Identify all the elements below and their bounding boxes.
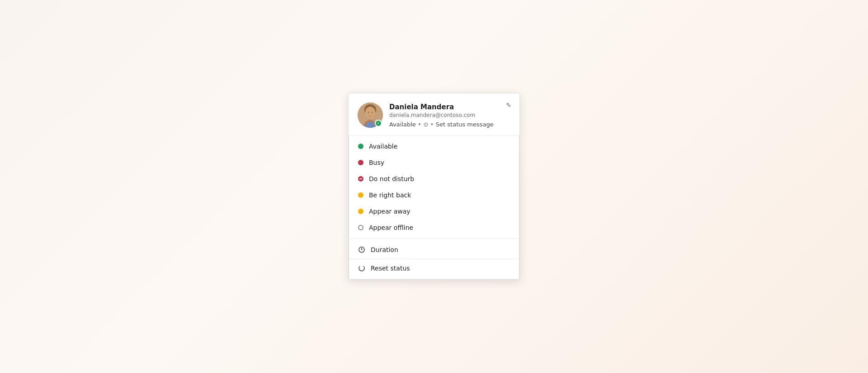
status-current[interactable]: Available [389,121,416,128]
dot-busy-icon [358,160,363,165]
status-item-away[interactable]: Appear away [349,203,519,219]
location-chevron-icon[interactable]: ▾ [431,122,433,126]
dot-offline-icon [358,225,363,230]
status-list: Available Busy Do not disturb Be right b… [349,135,519,239]
reset-icon [358,265,365,272]
action-label-duration: Duration [371,246,398,253]
status-item-brb[interactable]: Be right back [349,187,519,203]
profile-name: Daniela Mandera [389,103,510,111]
status-label-away: Appear away [369,208,410,215]
profile-section: Daniela Mandera daniela.mandera@contoso.… [349,93,519,135]
status-chevron-icon[interactable]: ▾ [419,122,421,126]
profile-card: Daniela Mandera daniela.mandera@contoso.… [348,93,520,280]
status-dropdown-panel: Available Busy Do not disturb Be right b… [349,135,519,280]
status-item-busy[interactable]: Busy [349,154,519,171]
location-icon: ⊙ [423,121,428,128]
set-status-link[interactable]: Set status message [436,121,494,128]
svg-point-3 [368,112,369,113]
avatar-wrapper [358,103,383,128]
profile-email: daniela.mandera@contoso.com [389,112,510,118]
status-item-offline[interactable]: Appear offline [349,219,519,236]
status-label-brb: Be right back [369,191,411,199]
profile-info: Daniela Mandera daniela.mandera@contoso.… [389,103,510,128]
dot-available-icon [358,144,363,149]
edit-icon[interactable]: ✎ [506,102,511,109]
action-list: Duration Reset status [349,239,519,279]
svg-point-4 [372,112,373,113]
action-item-duration[interactable]: Duration [349,241,519,259]
dot-away-icon [358,209,363,214]
dot-brb-icon [358,192,363,198]
status-item-dnd[interactable]: Do not disturb [349,171,519,187]
status-label-available: Available [369,143,397,150]
clock-icon [358,246,365,253]
status-label-offline: Appear offline [369,224,413,231]
status-badge-available [375,120,382,127]
action-item-reset[interactable]: Reset status [349,259,519,277]
status-label-dnd: Do not disturb [369,175,414,182]
status-item-available[interactable]: Available [349,138,519,154]
action-label-reset: Reset status [371,265,410,272]
status-label-busy: Busy [369,159,384,166]
dot-dnd-icon [358,176,363,182]
profile-status-row: Available ▾ ⊙ ▾ Set status message [389,121,510,128]
